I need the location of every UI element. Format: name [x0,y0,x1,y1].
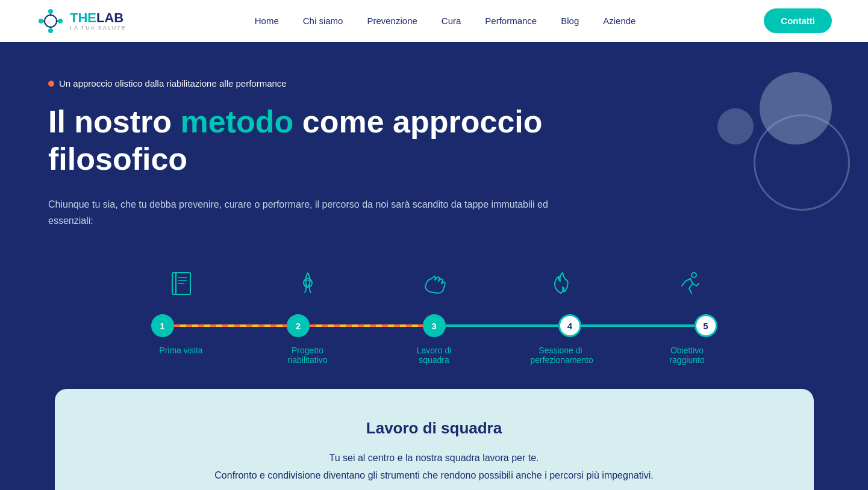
svg-point-17 [692,273,696,278]
nav-home[interactable]: Home [255,16,279,26]
step-node-2[interactable]: 2 [287,314,310,337]
svg-point-1 [48,9,53,14]
step-node-3[interactable]: 3 [423,314,446,337]
info-card: Lavoro di squadra Tu sei al centro e la … [55,389,814,490]
nav-blog[interactable]: Blog [561,16,579,26]
logo-text: THELAB LA TUA SALUTE [70,11,126,31]
step-node-5[interactable]: 5 [695,314,717,337]
step-node-4[interactable]: 4 [558,314,581,337]
step-5-icon [669,265,705,301]
orange-dot [48,81,54,87]
logo-brand: THELAB [70,11,126,25]
svg-point-3 [39,19,43,23]
step-2-label: Progetto riabilitativo [278,346,338,365]
step-1-icon [163,265,199,301]
nav-cura[interactable]: Cura [442,16,461,26]
nav-links: Home Chi siamo Prevenzione Cura Performa… [255,16,636,26]
info-card-title: Lavoro di squadra [91,419,778,438]
svg-point-0 [45,15,57,27]
nav-aziende[interactable]: Aziende [603,16,635,26]
subtitle-text: Un approccio olistico dalla riabilitazio… [59,78,287,88]
hero-section: Un approccio olistico dalla riabilitazio… [0,42,868,490]
step-4-icon [543,265,579,301]
timeline-row: 1 2 3 4 5 [103,314,766,337]
line-2-3 [310,324,423,327]
step-1-label: Prima visita [151,346,211,365]
step-icons-row [103,265,766,308]
subtitle-line: Un approccio olistico dalla riabilitazio… [48,78,820,88]
line-3-4 [446,324,559,327]
logo[interactable]: THELAB LA TUA SALUTE [36,7,126,36]
nav-prevenzione[interactable]: Prevenzione [367,16,417,26]
line-4-5 [581,324,695,327]
main-heading: Il nostro metodo come approccio filosofi… [48,103,590,178]
nav-performance[interactable]: Performance [485,16,537,26]
hero-description: Chiunque tu sia, che tu debba prevenire,… [48,196,590,229]
nav-chi-siamo[interactable]: Chi siamo [303,16,343,26]
step-4-icon-wrapper [531,265,591,308]
logo-icon [36,7,65,36]
info-card-text: Tu sei al centro e la nostra squadra lav… [91,450,778,485]
step-node-1[interactable]: 1 [151,314,174,337]
step-3-label: Lavoro di squadra [404,346,464,365]
step-2-icon [290,265,326,301]
step-3-icon [416,265,452,301]
line-1-2 [174,324,287,327]
svg-point-4 [58,19,63,23]
step-5-label: Obiettivo raggiunto [657,346,717,365]
deco-circle-outline [754,114,850,211]
step-2-icon-wrapper [278,265,338,308]
logo-sub: LA TUA SALUTE [70,25,126,31]
svg-point-2 [48,28,53,33]
step-4-label: Sessione di perfezionamento [531,346,591,365]
deco-circle-medium [717,108,754,144]
step-1-icon-wrapper [151,265,211,308]
navbar: THELAB LA TUA SALUTE Home Chi siamo Prev… [0,0,868,42]
step-labels-row: Prima visita Progetto riabilitativo Lavo… [103,346,766,365]
step-5-icon-wrapper [657,265,717,308]
step-3-icon-wrapper [404,265,464,308]
contatti-button[interactable]: Contatti [764,8,832,33]
